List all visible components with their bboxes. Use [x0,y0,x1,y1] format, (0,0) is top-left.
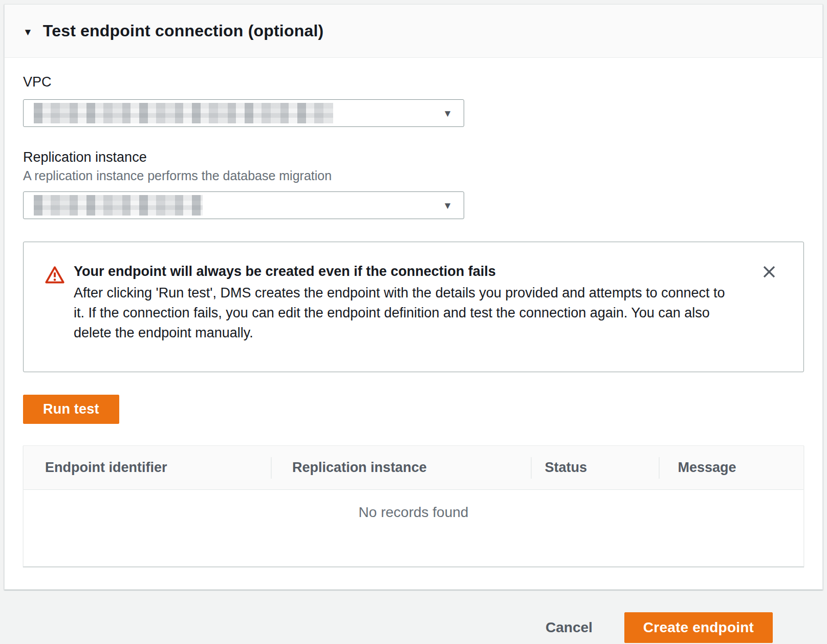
caret-down-icon: ▼ [443,109,452,118]
section-header-toggle[interactable]: ▼ Test endpoint connection (optional) [5,5,822,58]
test-endpoint-section: ▼ Test endpoint connection (optional) VP… [4,4,823,590]
vpc-select[interactable]: ▼ [23,99,464,127]
column-header-status: Status [531,446,659,489]
column-header-message: Message [659,446,803,489]
replication-instance-label: Replication instance [23,149,804,165]
warning-triangle-icon [45,266,64,288]
replication-instance-select[interactable]: ▼ [23,191,464,219]
warning-dismiss-button[interactable] [760,264,778,281]
create-endpoint-button[interactable]: Create endpoint [624,612,773,643]
warning-content: Your endpoint will always be created eve… [74,264,727,343]
form-footer: Cancel Create endpoint [4,590,823,643]
cancel-button[interactable]: Cancel [546,619,593,636]
warning-body: After clicking 'Run test', DMS creates t… [74,283,727,343]
page: ▼ Test endpoint connection (optional) VP… [0,0,827,643]
vpc-label: VPC [23,74,804,90]
warning-title: Your endpoint will always be created eve… [74,264,727,280]
replication-instance-field: Replication instance A replication insta… [23,149,804,219]
replication-instance-selected-value-redacted [34,195,203,216]
section-title: Test endpoint connection (optional) [43,22,324,40]
empty-state-message: No records found [24,490,803,521]
run-test-row: Run test [23,395,804,424]
table-body: No records found [24,490,803,566]
replication-instance-description: A replication instance performs the data… [23,168,804,183]
close-icon [761,264,777,281]
connection-results-table: Endpoint identifier Replication instance… [23,445,804,567]
section-body: VPC ▼ Replication instance A replication… [5,58,822,589]
run-test-button[interactable]: Run test [23,395,119,424]
caret-down-icon: ▼ [23,25,33,37]
column-header-endpoint-identifier: Endpoint identifier [24,446,271,489]
vpc-field: VPC ▼ [23,74,804,127]
column-header-replication-instance: Replication instance [271,446,530,489]
warning-flashbar: Your endpoint will always be created eve… [23,242,804,372]
vpc-selected-value-redacted [34,103,333,123]
table-header-row: Endpoint identifier Replication instance… [24,446,803,490]
caret-down-icon: ▼ [443,201,452,210]
